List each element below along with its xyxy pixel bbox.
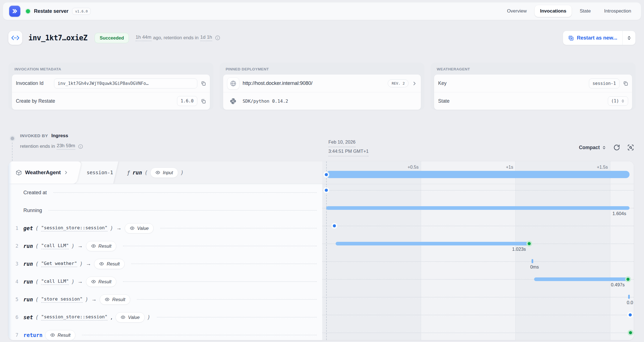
chevron-right-icon xyxy=(64,170,68,175)
timeline-tick-label: +1s xyxy=(506,165,513,170)
invocation-code-icon xyxy=(8,31,22,45)
tab-invocations[interactable]: Invocations xyxy=(535,5,571,17)
timeline-origin-line xyxy=(326,161,327,340)
input-pill-label: Input xyxy=(163,170,173,175)
paren-open: ( xyxy=(35,243,38,249)
timeline-controls: Compact xyxy=(579,144,634,151)
leader-dots xyxy=(53,192,317,193)
handler-signature: ƒ run ( Input ) xyxy=(120,168,187,178)
journal-entry-row[interactable]: 4run("call LLM")→Result xyxy=(8,273,322,291)
copy-icon[interactable] xyxy=(623,81,628,86)
duration-bar[interactable] xyxy=(336,242,529,245)
event-dot[interactable] xyxy=(325,189,328,192)
journal-entry-row[interactable]: 5run("store session")→Result xyxy=(8,291,322,308)
created-by-row: Create by Restate 1.6.0 xyxy=(12,92,210,110)
journal-entry-row[interactable]: 3run("Get weather")→Result xyxy=(8,255,322,273)
info-icon[interactable] xyxy=(215,35,220,41)
service-breadcrumb[interactable]: WeatherAgent xyxy=(8,169,77,176)
invocation-id-row: Invocation Id inv_1kt7Gh4vJWjY0quwk3GiP8… xyxy=(12,75,210,92)
result-pill[interactable]: Result xyxy=(86,277,117,287)
duration-bar[interactable] xyxy=(534,277,628,281)
entry-number: 4 xyxy=(8,279,18,284)
entry-keyword: run xyxy=(23,279,33,285)
invocation-duration-bar[interactable] xyxy=(326,171,630,178)
entry-keyword: return xyxy=(23,332,43,338)
duration-tick[interactable] xyxy=(532,259,533,263)
value-pill[interactable]: Value xyxy=(115,312,145,323)
event-dot[interactable] xyxy=(333,224,336,227)
timeline-tick-label: +1.5s xyxy=(597,165,608,170)
result-pill[interactable]: Value xyxy=(125,223,154,233)
restart-options-caret[interactable] xyxy=(623,31,635,45)
paren-close: ) xyxy=(85,296,88,302)
restate-logo-icon xyxy=(9,6,20,17)
result-pill[interactable]: Result xyxy=(86,241,117,251)
event-dot[interactable] xyxy=(629,313,632,316)
key-row: Key session-1 xyxy=(434,75,632,92)
copy-icon[interactable] xyxy=(201,81,206,86)
entry-expression: run("call LLM")→Result xyxy=(23,277,116,287)
retention-value[interactable]: 1d 1h xyxy=(200,35,212,41)
copy-icon[interactable] xyxy=(201,99,206,104)
timeline-band xyxy=(421,161,515,340)
journal-entry-row[interactable]: 2run("call LLM")→Result xyxy=(8,237,322,255)
created-ago[interactable]: 1h 44m xyxy=(136,35,151,41)
restart-as-new-button[interactable]: Restart as new... xyxy=(563,31,636,45)
service-key[interactable]: session-1 xyxy=(77,170,120,175)
state-select[interactable]: (1) xyxy=(608,96,628,106)
journal-entry-row[interactable]: 6set("session_store::session",Value) xyxy=(8,308,322,326)
journal-retention[interactable]: 23h 59m xyxy=(57,143,75,150)
top-bar: Restate server v1.6.0 OverviewInvocation… xyxy=(3,2,641,20)
refresh-icon[interactable] xyxy=(613,144,620,151)
journal-entry-row[interactable]: 1get("session_store::session")→Value xyxy=(8,219,322,237)
invocation-header: inv_1kt7…oxieZ Succeeded 1h 44m ago, ret… xyxy=(8,29,636,47)
lifecycle-row[interactable]: Created at xyxy=(8,184,322,201)
result-pill[interactable]: Result xyxy=(45,330,76,340)
duration-tick[interactable] xyxy=(628,295,630,299)
tab-state[interactable]: State xyxy=(574,5,596,17)
entry-keyword: run xyxy=(23,296,33,302)
entry-argument[interactable]: "session_store::session" xyxy=(41,225,107,232)
key-value[interactable]: session-1 xyxy=(589,78,620,88)
result-pill-label: Result xyxy=(107,261,120,267)
value-pill-label: Value xyxy=(128,315,140,320)
entry-argument[interactable]: "call LLM" xyxy=(41,243,69,249)
tab-introspection[interactable]: Introspection xyxy=(599,5,636,17)
timeline-time[interactable]: 3:44:51 PM GMT+1 xyxy=(328,147,368,156)
timeline-tick-label: +0.5s xyxy=(407,165,419,170)
retention-text: ago, retention ends in xyxy=(153,35,199,41)
sdk-row: SDK/python 0.14.2 xyxy=(223,92,421,110)
timeline-mode-select[interactable]: Compact xyxy=(579,145,606,151)
entry-expression: get("session_store::session")→Value xyxy=(23,223,154,233)
timeline-band xyxy=(322,161,421,340)
timeline-leader-line xyxy=(322,261,634,262)
entry-argument[interactable]: "call LLM" xyxy=(41,279,69,285)
result-pill[interactable]: Result xyxy=(94,259,125,269)
timeline-date[interactable]: Feb 10, 2026 xyxy=(328,138,355,147)
invoked-by-label: INVOKED BY xyxy=(20,133,48,138)
info-icon[interactable] xyxy=(78,144,83,149)
leader-dots xyxy=(82,335,317,335)
duration-bar[interactable] xyxy=(326,206,630,210)
tab-overview[interactable]: Overview xyxy=(502,5,532,17)
result-pill[interactable]: Result xyxy=(100,294,130,305)
cube-icon xyxy=(16,169,22,176)
duration-label: 1.604s xyxy=(612,211,626,216)
created-by-value[interactable]: 1.6.0 xyxy=(177,96,197,106)
metadata-cards: INVOCATION METADATA Invocation Id inv_1k… xyxy=(8,63,636,110)
journal-entry-row[interactable]: 7returnResult xyxy=(8,326,322,340)
entry-argument[interactable]: "Get weather" xyxy=(41,261,77,267)
invocation-id-value[interactable]: inv_1kt7Gh4vJWjY0quwk3GiP8avDGVNFo… xyxy=(54,78,197,88)
service-name: WeatherAgent xyxy=(25,169,61,176)
scan-search-icon[interactable] xyxy=(627,144,634,151)
lifecycle-row[interactable]: Running xyxy=(8,201,322,219)
card-title: INVOCATION METADATA xyxy=(12,66,210,74)
deployment-endpoint-row[interactable]: http://host.docker.internal:9080/ REV. 2 xyxy=(223,75,421,92)
status-badge: Succeeded xyxy=(95,33,129,43)
paren-close: ) xyxy=(147,314,150,320)
input-pill[interactable]: Input xyxy=(150,168,178,178)
entry-argument[interactable]: "session_store::session" xyxy=(41,314,107,321)
card-title: WEATHERAGENT xyxy=(434,66,632,74)
entry-argument[interactable]: "store session" xyxy=(41,296,83,303)
completion-dot xyxy=(626,278,630,281)
